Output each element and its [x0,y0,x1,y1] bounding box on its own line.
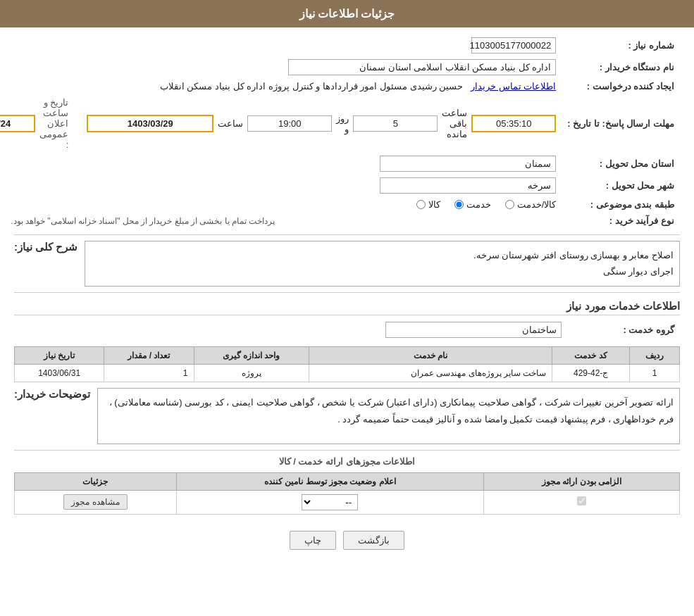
creator-link[interactable]: اطلاعات تماس خریدار [471,81,556,92]
cell-date: 1403/06/31 [15,364,104,382]
city-value: سرخه [380,177,556,194]
print-button[interactable]: چاپ [290,531,336,550]
perm-status-select[interactable]: -- [302,494,358,510]
cell-name: ساخت سایر پروژه‌های مهندسی عمران [309,364,552,382]
service-group-label: گروه خدمت : [567,319,680,341]
cell-unit: پروژه [194,364,309,382]
announcement-value: 1403/03/24 - 13:11 [0,115,35,132]
day-value: 5 [353,115,438,132]
services-title: اطلاعات خدمات مورد نیاز [14,300,680,315]
info-table: شماره نیاز : 1103005177000022 نام دستگاه… [0,34,680,229]
service-group-value: ساختمان [385,322,562,338]
description-title: شرح کلی نیاز: [14,241,78,256]
buyer-value: اداره کل بنیاد مسکن انقلاب اسلامی استان … [288,59,556,75]
buyer-row: نام دستگاه خریدار : اداره کل بنیاد مسکن … [0,56,680,78]
notes-title: توضیحات خریدار: [14,388,90,403]
need-number-label: شماره نیاز : [562,34,680,56]
process-note: پرداخت تمام یا بخشی از مبلغ خریدار از مح… [11,216,275,226]
permission-row: -- مشاهده مجوز [15,490,680,514]
time-label: ساعت [218,118,243,129]
page-wrapper: جزئیات اطلاعات نیاز شماره نیاز : 1103005… [0,0,694,616]
city-row: شهر محل تحویل : سرخه [0,175,680,196]
category-label: طبقه بندی موضوعی : [562,196,680,213]
time-value: 19:00 [247,115,332,132]
description-section: شرح کلی نیاز: اصلاح معابر و بهسازی روستا… [14,241,680,287]
category-khadamat[interactable]: خدمت [454,199,491,210]
notes-section: توضیحات خریدار: ارائه تصویر آخرین تغییرا… [14,388,680,444]
process-label: نوع فرآیند خرید : [562,213,680,229]
col-unit: واحد اندازه گیری [194,346,309,364]
need-number-row: شماره نیاز : 1103005177000022 [0,34,680,56]
notes-text: ارائه تصویر آخرین تغییرات شرکت ، گواهی ص… [109,397,674,425]
announcement-label: تاریخ و ساعت اعلان عمومی : [39,97,68,150]
cell-quantity: 1 [104,364,194,382]
description-box: اصلاح معابر و بهسازی روستای افتر شهرستان… [85,241,680,287]
description-line2: اجرای دیوار سنگی [91,263,674,279]
perm-col-required: الزامی بودن ارائه مجوز [483,472,679,490]
permissions-section: اطلاعات مجوزهای ارائه خدمت / کالا الزامی… [14,456,680,515]
date-value: 1403/03/29 [87,115,213,132]
perm-details-cell: مشاهده مجوز [15,490,177,514]
perm-required-cell [483,490,679,514]
category-radio-group: کالا/خدمت خدمت کالا [416,199,557,210]
remaining-value: 05:35:10 [471,115,556,132]
province-row: استان محل تحویل : سمنان [0,153,680,175]
page-header: جزئیات اطلاعات نیاز [0,0,694,27]
main-content: شماره نیاز : 1103005177000022 نام دستگاه… [0,27,694,567]
perm-col-details: جزئیات [15,472,177,490]
perm-status-cell: -- [176,490,483,514]
process-row: نوع فرآیند خرید : متوسط جزیی [0,213,680,229]
col-code: کد خدمت [552,346,630,364]
services-table: ردیف کد خدمت نام خدمت واحد اندازه گیری ت… [14,346,680,382]
permissions-title: اطلاعات مجوزهای ارائه خدمت / کالا [14,456,680,467]
notes-box: ارائه تصویر آخرین تغییرات شرکت ، گواهی ص… [97,388,680,444]
cell-code: ج-42-429 [552,364,630,382]
header-title: جزئیات اطلاعات نیاز [299,8,395,20]
col-quantity: تعداد / مقدار [104,346,194,364]
creator-row: ایجاد کننده درخواست : اطلاعات تماس خریدا… [0,78,680,94]
perm-required-checkbox [577,496,586,505]
creator-value: حسین رشیدی مسئول امور قراردادها و کنترل … [160,81,463,92]
description-line1: اصلاح معابر و بهسازی روستای افتر شهرستان… [91,247,674,263]
province-value: سمنان [380,156,556,172]
deadline-row: مهلت ارسال پاسخ: تا تاریخ : 05:35:10 ساع… [0,94,680,153]
remaining-label: ساعت باقی مانده [442,108,467,139]
service-group-table: گروه خدمت : ساختمان [14,319,680,341]
deadline-label: مهلت ارسال پاسخ: تا تاریخ : [562,94,680,153]
category-kala-khadamat[interactable]: کالا/خدمت [505,199,557,210]
permissions-table: الزامی بودن ارائه مجوز اعلام وضعیت مجوز … [14,472,680,515]
cell-row: 1 [629,364,679,382]
col-name: نام خدمت [309,346,552,364]
view-permission-button[interactable]: مشاهده مجوز [63,494,127,510]
day-label: روز و [336,113,349,134]
col-date: تاریخ نیاز [15,346,104,364]
creator-label: ایجاد کننده درخواست : [562,78,680,94]
city-label: شهر محل تحویل : [562,175,680,196]
col-row: ردیف [629,346,679,364]
need-number-value: 1103005177000022 [471,37,556,54]
buyer-label: نام دستگاه خریدار : [562,56,680,78]
category-row: طبقه بندی موضوعی : کالا/خدمت خدمت کالا [0,196,680,213]
back-button[interactable]: بازگشت [343,531,404,550]
process-options: متوسط جزیی پرداخت تمام یا بخشی از مبلغ خ… [0,215,556,226]
perm-col-status: اعلام وضعیت مجوز توسط نامین کننده [176,472,483,490]
province-label: استان محل تحویل : [562,153,680,175]
services-section: اطلاعات خدمات مورد نیاز گروه خدمت : ساخت… [14,300,680,382]
service-table-row: 1 ج-42-429 ساخت سایر پروژه‌های مهندسی عم… [15,364,680,382]
footer-buttons: بازگشت چاپ [14,520,680,560]
category-kala[interactable]: کالا [416,199,440,210]
